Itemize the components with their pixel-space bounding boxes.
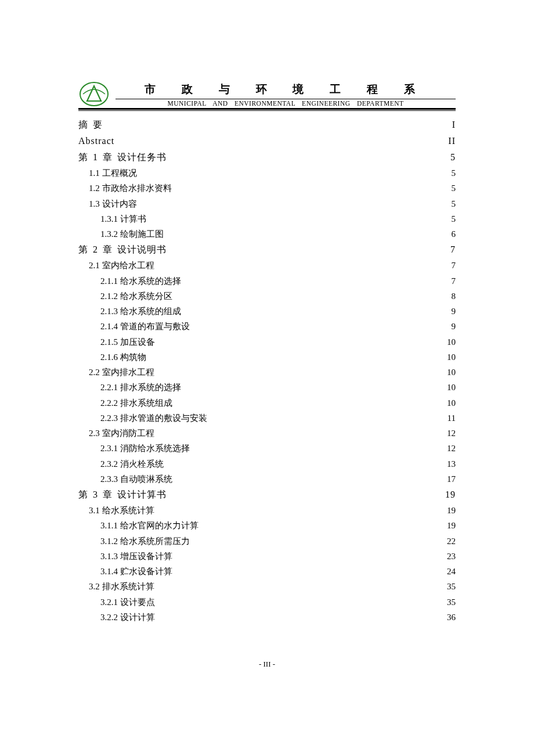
toc-entry: 3.1.4 贮水设备计算24 <box>78 564 456 579</box>
header-rule-thin-upper <box>116 99 456 99</box>
header-rule-thin-lower <box>78 110 456 111</box>
toc-entry-label: 3.1 给水系统计算 <box>89 503 154 518</box>
toc-entry: 3.1.3 增压设备计算23 <box>78 549 456 564</box>
toc-entry-page: 19 <box>445 487 456 503</box>
toc-entry: 1.3 设计内容5 <box>78 196 456 211</box>
toc-entry: 第 1 章 设计任务书5 <box>78 149 456 165</box>
toc-entry-label: 2.2.3 排水管道的敷设与安装 <box>100 411 207 426</box>
toc-entry: 3.2 排水系统计算35 <box>78 579 456 594</box>
toc-entry-page: 5 <box>445 149 456 165</box>
toc-entry-label: 第 3 章 设计计算书 <box>78 487 167 503</box>
toc-entry: 2.3.1 消防给水系统选择12 <box>78 441 456 456</box>
toc-entry: 3.1 给水系统计算19 <box>78 503 456 518</box>
toc-entry-label: 1.3.1 计算书 <box>100 211 146 226</box>
toc-entry: 2.2.2 排水系统组成10 <box>78 395 456 411</box>
document-page: 市 政 与 环 境 工 程 系 MUNICIPAL AND ENVIRONMEN… <box>0 0 534 756</box>
toc-entry: 2.1.4 管道的布置与敷设9 <box>78 319 456 334</box>
toc-entry-page: 7 <box>445 242 456 258</box>
toc-entry-page: 6 <box>445 226 456 242</box>
toc-entry-page: 11 <box>445 411 456 426</box>
toc-entry-label: 3.1.2 给水系统所需压力 <box>100 534 190 549</box>
toc-entry: AbstractII <box>78 133 456 149</box>
toc-entry-label: 2.1.6 构筑物 <box>100 350 146 365</box>
toc-entry-page: 12 <box>445 426 456 441</box>
toc-entry-label: 第 1 章 设计任务书 <box>78 149 167 165</box>
toc-entry: 2.1.2 给水系统分区8 <box>78 289 456 304</box>
toc-entry-label: 2.1.3 给水系统的组成 <box>100 304 181 319</box>
toc-entry-label: 3.2.2 设计计算 <box>100 610 155 625</box>
toc-entry-page: 9 <box>445 304 456 319</box>
department-logo-icon <box>78 81 110 107</box>
toc-entry-page: 9 <box>445 319 456 334</box>
toc-entry: 2.3.2 消火栓系统13 <box>78 456 456 471</box>
toc-entry-page: 35 <box>445 579 456 594</box>
toc-entry: 2.2.1 排水系统的选择10 <box>78 380 456 395</box>
toc-entry: 2.3.3 自动喷淋系统17 <box>78 471 456 487</box>
toc-entry: 2.1.3 给水系统的组成9 <box>78 304 456 319</box>
header-rule-thick <box>78 108 456 110</box>
toc-entry-label: 1.3.2 绘制施工图 <box>100 226 164 242</box>
toc-entry-page: 17 <box>445 471 456 487</box>
toc-entry-page: 19 <box>445 503 456 518</box>
toc-entry-page: 10 <box>445 365 456 380</box>
toc-entry: 2.1.6 构筑物10 <box>78 350 456 365</box>
toc-entry-page: 19 <box>445 518 456 533</box>
toc-entry-page: 10 <box>445 380 456 395</box>
toc-entry-page: 10 <box>445 350 456 365</box>
toc-entry: 2.1.5 加压设备10 <box>78 334 456 350</box>
toc-entry: 3.2.2 设计计算36 <box>78 610 456 625</box>
toc-entry-page: II <box>445 133 456 149</box>
toc-entry: 3.1.2 给水系统所需压力22 <box>78 534 456 549</box>
toc-entry-label: 2.1.2 给水系统分区 <box>100 289 172 304</box>
toc-entry: 3.2.1 设计要点35 <box>78 595 456 610</box>
toc-entry: 1.1 工程概况5 <box>78 165 456 181</box>
toc-entry-label: 2.3.1 消防给水系统选择 <box>100 441 190 456</box>
toc-entry-page: 8 <box>445 289 456 304</box>
toc-entry-page: 24 <box>445 564 456 579</box>
toc-entry-label: 2.1.4 管道的布置与敷设 <box>100 319 190 334</box>
header-cn-title: 市 政 与 环 境 工 程 系 <box>116 82 456 97</box>
header-en-title: MUNICIPAL AND ENVIRONMENTAL ENGINEERING … <box>116 100 456 107</box>
header-top-row: 市 政 与 环 境 工 程 系 MUNICIPAL AND ENVIRONMEN… <box>78 81 456 107</box>
header-title-block: 市 政 与 环 境 工 程 系 MUNICIPAL AND ENVIRONMEN… <box>116 82 456 107</box>
toc-entry-label: 3.2.1 设计要点 <box>100 595 155 610</box>
toc-entry-page: 36 <box>445 610 456 625</box>
toc-entry-page: 10 <box>445 334 456 350</box>
toc-entry: 摘 要I <box>78 117 456 133</box>
toc-entry-page: 12 <box>445 441 456 456</box>
toc-entry-page: 7 <box>445 273 456 289</box>
toc-entry-label: 3.1.1 给水官网的水力计算 <box>100 518 199 533</box>
toc-entry: 2.2.3 排水管道的敷设与安装11 <box>78 411 456 426</box>
toc-entry-label: 2.2.2 排水系统组成 <box>100 395 172 411</box>
toc-entry: 2.1 室内给水工程7 <box>78 258 456 273</box>
toc-entry-label: 2.2.1 排水系统的选择 <box>100 380 181 395</box>
toc-entry-label: 2.3.2 消火栓系统 <box>100 456 164 471</box>
toc-entry: 2.3 室内消防工程12 <box>78 426 456 441</box>
toc-entry-label: 3.1.4 贮水设备计算 <box>100 564 172 579</box>
toc-entry: 3.1.1 给水官网的水力计算19 <box>78 518 456 533</box>
toc-entry-page: 10 <box>445 395 456 411</box>
toc-entry-page: 5 <box>445 211 456 226</box>
toc-entry-label: Abstract <box>78 133 114 149</box>
page-number-footer: - III - <box>0 660 534 669</box>
toc-entry-label: 2.2 室内排水工程 <box>89 365 154 380</box>
toc-entry-label: 2.1.5 加压设备 <box>100 334 155 350</box>
toc-entry-label: 3.2 排水系统计算 <box>89 579 154 594</box>
toc-entry-label: 2.3.3 自动喷淋系统 <box>100 471 172 487</box>
toc-entry-page: 35 <box>445 595 456 610</box>
toc-entry: 第 3 章 设计计算书19 <box>78 487 456 503</box>
toc-entry-label: 第 2 章 设计说明书 <box>78 242 167 258</box>
toc-entry-page: 13 <box>445 456 456 471</box>
page-header: 市 政 与 环 境 工 程 系 MUNICIPAL AND ENVIRONMEN… <box>78 81 456 111</box>
toc-entry-label: 1.1 工程概况 <box>89 165 137 181</box>
toc-entry: 2.2 室内排水工程10 <box>78 365 456 380</box>
toc-entry-page: 23 <box>445 549 456 564</box>
toc-entry-page: 5 <box>445 165 456 181</box>
table-of-contents: 摘 要IAbstractII第 1 章 设计任务书51.1 工程概况51.2 市… <box>78 117 456 625</box>
toc-entry-page: 22 <box>445 534 456 549</box>
toc-entry-label: 2.3 室内消防工程 <box>89 426 154 441</box>
toc-entry: 1.3.2 绘制施工图6 <box>78 226 456 242</box>
toc-entry-label: 摘 要 <box>78 117 103 133</box>
toc-entry-page: I <box>445 117 456 133</box>
toc-entry-label: 2.1.1 给水系统的选择 <box>100 273 181 289</box>
